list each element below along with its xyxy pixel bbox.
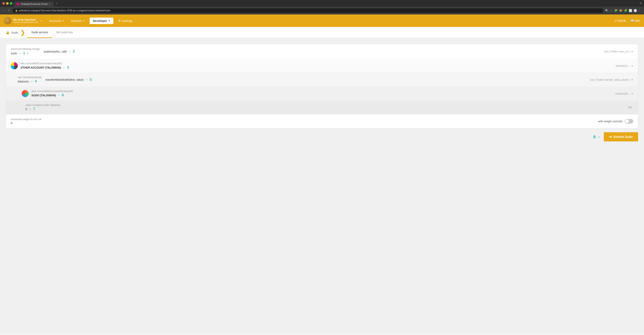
see-pallet-sudo[interactable]: See [`Pallet::sudo_as`]. ▼	[604, 50, 633, 53]
form-row-weight: unchecked weight for this call 0 with we…	[6, 114, 638, 128]
form-row-dest: dest: AccountId20 (AccountIdLookupOf) SU…	[6, 87, 638, 100]
balances-value[interactable]: balances ← 4	[18, 79, 42, 84]
account-avatar-1	[11, 62, 18, 69]
dest-account[interactable]: SUDO (TALISMAN) ← 6	[32, 93, 73, 97]
form-row-value: value: Compact<u128> (Balance) 5 ← 7 KS	[6, 100, 638, 114]
sudoAs-value: sudoAs(who, call)	[44, 50, 66, 53]
call-label: call: Call (RuntimeCall)	[18, 76, 42, 79]
submit-change-label: submit the following change	[11, 48, 40, 50]
chain-sub: frontier-template/500 #264	[13, 21, 38, 24]
who-label: who: AccountId20 (AccountIdLookupOf)	[20, 62, 69, 65]
sudo-title: Sudo	[11, 31, 18, 34]
bookmark-icon[interactable]: ☆	[610, 9, 612, 12]
arrow-8-right-icon: →	[596, 134, 601, 140]
weight-override-label: with weight override	[598, 120, 622, 123]
network-chevron-icon: ▼	[83, 20, 85, 22]
tab-close-icon[interactable]: ✕	[49, 3, 51, 6]
settings-label: Settings	[122, 19, 132, 22]
call-left: call: Call (RuntimeCall) balances ← 4 tr…	[18, 76, 590, 84]
see-pallet-transfer[interactable]: See [`Pallet::transfer_allow_death`]. ▼	[590, 78, 633, 81]
see-pallet-sudo-text: See [`Pallet::sudo_as`].	[604, 50, 630, 53]
submit-label: Submit Sudo	[613, 135, 633, 139]
wiki-link[interactable]: 📖 Wiki	[631, 19, 640, 22]
sudo-value[interactable]: sudo ← 1 ▼	[11, 51, 40, 55]
tab-sudo-access[interactable]: Sudo access	[27, 27, 52, 38]
weight-left: unchecked weight for this call 0	[11, 118, 598, 124]
tab-bar: 🔒 Sudo ❯ Sudo access Set sudo key	[0, 27, 644, 38]
nav-network[interactable]: Network ▼	[68, 14, 88, 27]
weight-override-toggle[interactable]	[625, 119, 633, 124]
chain-info[interactable]: My Snap Appchain frontier-template/500 #…	[4, 17, 46, 24]
dest-label: dest: AccountId20 (AccountIdLookupOf)	[32, 90, 73, 92]
accounts-label: Accounts	[49, 19, 61, 22]
browser-bar: ‹ › ↻ 🔒 polkadot.js.org/apps/?rpc=wss://…	[0, 7, 644, 14]
account-hash-2[interactable]: 0xa9d3160… ▼	[615, 92, 633, 95]
hash1-chevron-icon: ▼	[631, 65, 633, 67]
tab-set-sudo-key[interactable]: Set sudo key	[52, 27, 77, 38]
transfer-value: transferAllowDeath(dest, value)	[46, 78, 84, 81]
who-account[interactable]: OTHER ACCOUNT (TALISMAN) ← 3	[20, 66, 69, 70]
app-header: My Snap Appchain frontier-template/500 #…	[0, 14, 644, 27]
url-bar[interactable]: 🔒 polkadot.js.org/apps/?rpc=wss://fraa-f…	[12, 8, 604, 13]
extension-icon-1[interactable]: 🧩	[614, 9, 618, 12]
lock-secure-icon: 🔒	[15, 10, 18, 12]
browser-dots	[2, 2, 12, 6]
reload-button[interactable]: ↻	[8, 9, 10, 12]
browser-icons: 🔍 ☆ 🧩 🦁 🧩 ⬜ ⚪ ⋮	[605, 9, 641, 12]
arrow-2: ← 2	[68, 50, 74, 54]
value-left: value: Compact<u128> (Balance) 5 ← 7	[26, 104, 627, 111]
tab-breadcrumb-divider: ❯	[20, 29, 26, 36]
form-row-1: submit the following change sudo ← 1 ▼ s…	[6, 44, 638, 59]
value-label: value: Compact<u128> (Balance)	[26, 104, 627, 106]
settings-gear-icon: ⚙	[118, 19, 121, 22]
browser-chrome: Polkadot/Substrate Portal ✕ + ⊞	[0, 0, 644, 7]
arrow-8-indicator: 8 →	[593, 134, 601, 140]
weight-override-row: with weight override	[598, 119, 633, 124]
menu-icon[interactable]: ⋮	[638, 9, 641, 12]
arrow-5: ← 5	[85, 78, 92, 82]
extension-icon-3[interactable]: 🧩	[624, 9, 627, 12]
form-row-who: who: AccountId20 (AccountIdLookupOf) OTH…	[6, 59, 638, 73]
forward-button[interactable]: ›	[5, 9, 6, 12]
sudo-chevron-icon: ▼	[27, 52, 29, 54]
chain-avatar	[4, 17, 11, 24]
developer-label: Developer	[93, 19, 107, 22]
extension-icon-4[interactable]: ⬜	[629, 9, 632, 12]
form-card: submit the following change sudo ← 1 ▼ s…	[6, 44, 638, 128]
tab-label: Polkadot/Substrate Portal	[21, 3, 48, 6]
sudo-arrow-1: ← 1	[19, 51, 25, 55]
arrow-3: ← 3	[62, 66, 69, 70]
who-left: who: AccountId20 (AccountIdLookupOf) OTH…	[11, 62, 616, 70]
header-right: ⎇ GitHub 📖 Wiki	[613, 19, 640, 22]
extension-icon-2[interactable]: 🦁	[619, 9, 622, 12]
new-tab-button[interactable]: +	[56, 2, 58, 6]
nav-developer[interactable]: Developer ▼	[90, 18, 113, 24]
submit-sudo-button[interactable]: ➡ Submit Sudo	[604, 132, 638, 142]
dot-green	[10, 2, 12, 5]
nav-accounts[interactable]: Accounts ▼	[46, 14, 68, 27]
header-nav: Accounts ▼ Network ▼ Developer ▼ ⚙ Setti…	[46, 14, 136, 27]
submit-icon: ➡	[609, 135, 612, 139]
transfer-chevron-icon: ▼	[631, 78, 633, 81]
sudo-section-label: 🔒 Sudo	[6, 27, 18, 38]
arrow-8-label: 8	[593, 134, 596, 140]
weight-label: unchecked weight for this call	[11, 118, 598, 121]
chain-chevron-icon: ▼	[40, 20, 42, 22]
network-label: Network	[71, 19, 82, 22]
github-link[interactable]: ⎇ GitHub	[613, 19, 626, 22]
nav-settings[interactable]: ⚙ Settings	[115, 14, 136, 27]
url-text: polkadot.js.org/apps/?rpc=wss://fraa-fla…	[19, 9, 110, 12]
profile-icon[interactable]: ⚪	[634, 9, 637, 12]
account-hash-1[interactable]: 0x8A4f670… ▼	[616, 64, 633, 68]
arrow-4: ← 4	[30, 79, 37, 84]
back-button[interactable]: ‹	[3, 9, 4, 12]
search-icon[interactable]: 🔍	[605, 9, 608, 12]
value-amount: 5	[26, 108, 27, 111]
chain-name: My Snap Appchain	[13, 18, 38, 21]
submit-change-left: submit the following change sudo ← 1 ▼ s…	[11, 48, 604, 55]
wiki-icon: 📖	[631, 19, 634, 22]
browser-tab[interactable]: Polkadot/Substrate Portal ✕	[14, 2, 54, 7]
submit-row: 8 → ➡ Submit Sudo	[6, 132, 638, 142]
github-label: GitHub	[618, 19, 626, 22]
wiki-label: Wiki	[635, 19, 640, 22]
